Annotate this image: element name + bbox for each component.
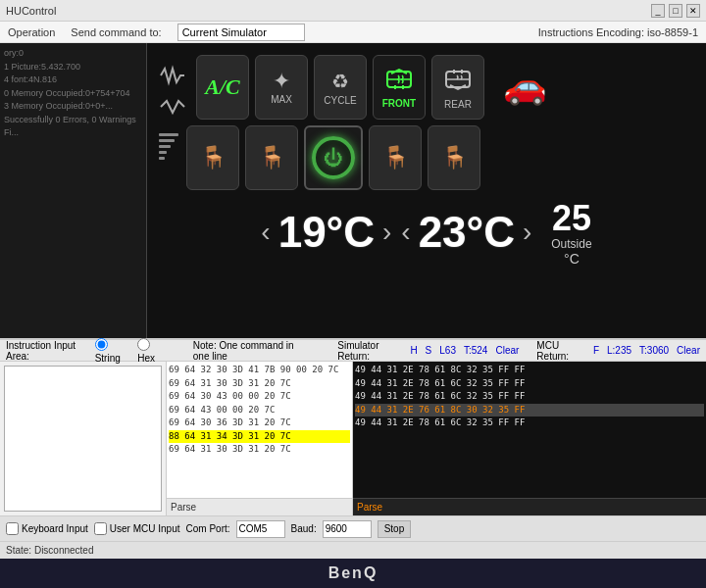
- simulator-return-panel: 69 64 32 30 3D 41 7B 90 00 20 7C 69 64 3…: [167, 362, 353, 515]
- seat-heat-left-button[interactable]: 🪑: [186, 125, 239, 190]
- keyboard-input-label: Keyboard Input: [6, 522, 88, 535]
- status-bar: State: Disconnected: [0, 541, 706, 559]
- seat-heat-left2-button[interactable]: 🪑: [245, 125, 298, 190]
- cycle-button[interactable]: ♻ CYCLE: [314, 55, 367, 120]
- main-content: ory:0 1 Picture:5.432.700 4 font:4N.816 …: [0, 43, 706, 338]
- right-temp-down-arrow[interactable]: ‹: [401, 217, 410, 248]
- rear-button[interactable]: REAR: [431, 55, 484, 120]
- bar4: [159, 151, 167, 154]
- front-button[interactable]: FRONT: [373, 55, 426, 120]
- note-text: Note: One command in one line: [193, 340, 310, 362]
- right-temp-value: 23°C: [419, 208, 515, 257]
- hex-radio[interactable]: [137, 338, 150, 351]
- user-mcu-checkbox[interactable]: [94, 522, 107, 535]
- seat-heat-right-button[interactable]: 🪑: [369, 125, 422, 190]
- string-radio[interactable]: [95, 338, 108, 351]
- svg-text:🚗: 🚗: [503, 65, 547, 107]
- temperature-display: ‹ 19°C › ‹ 23°C › 25 Outside °C: [159, 194, 694, 270]
- log-output: ory:0 1 Picture:5.432.700 4 font:4N.816 …: [4, 47, 142, 334]
- fan-icon: ✦: [273, 71, 290, 92]
- sim-t524-link[interactable]: T:524: [464, 345, 487, 356]
- com-port-input[interactable]: [236, 520, 285, 538]
- outside-temp-display: 25 Outside °C: [551, 198, 591, 267]
- rear-icon: [442, 66, 474, 97]
- send-command-label: Send command to:: [71, 26, 161, 38]
- instruction-input-panel: [0, 362, 167, 515]
- mcu-return-label: MCU Return:: [536, 340, 585, 362]
- mid-button-row: 🪑 🪑 ⏻: [159, 125, 694, 190]
- bottom-top-bar: Instruction Input Area: String Hex Note:…: [0, 340, 706, 362]
- seat-heat-right2-button[interactable]: 🪑: [428, 125, 480, 190]
- baud-input[interactable]: [323, 520, 372, 538]
- hex-row-highlighted: 88 64 31 34 3D 31 20 7C: [169, 430, 350, 444]
- right-temp-group: ‹ 23°C ›: [401, 208, 531, 257]
- hex-radio-label: Hex: [137, 338, 166, 364]
- app-window: HUControl _ □ ✕ Operation Send command t…: [0, 0, 706, 588]
- bar5: [159, 157, 165, 160]
- outside-unit: °C: [564, 251, 580, 267]
- bar3: [159, 145, 171, 148]
- close-button[interactable]: ✕: [686, 4, 700, 18]
- operation-menu[interactable]: Operation: [8, 26, 55, 38]
- sim-h-link[interactable]: H: [410, 345, 417, 356]
- mcu-row: 49 44 31 2E 78 61 6C 32 35 FF FF: [355, 377, 704, 391]
- mcu-row-selected: 49 44 31 2E 76 61 8C 30 32 35 FF: [355, 404, 704, 417]
- seat-left2-icon: 🪑: [259, 145, 285, 171]
- sim-s-link[interactable]: S: [426, 345, 432, 356]
- simulator-hex-display: 69 64 32 30 3D 41 7B 90 00 20 7C 69 64 3…: [167, 362, 352, 498]
- left-temp-down-arrow[interactable]: ‹: [261, 217, 270, 248]
- hex-row: 69 64 30 43 00 00 20 7C: [169, 390, 350, 404]
- maximize-button[interactable]: □: [669, 4, 682, 18]
- baud-label: Baud:: [291, 523, 317, 534]
- power-icon: ⏻: [324, 148, 343, 168]
- hex-row: 69 64 31 30 3D 31 20 7C: [169, 443, 350, 457]
- bottom-panels: 69 64 32 30 3D 41 7B 90 00 20 7C 69 64 3…: [0, 362, 706, 515]
- left-temp-up-arrow[interactable]: ›: [382, 217, 391, 248]
- car-defrost-icon: 🚗: [498, 59, 547, 108]
- bar1: [159, 133, 178, 136]
- taskbar: BenQ: [0, 559, 706, 588]
- power-ring: ⏻: [312, 136, 355, 179]
- hex-row: 69 64 31 30 3D 31 20 7C: [169, 377, 350, 391]
- sim-clear-link[interactable]: Clear: [495, 345, 519, 356]
- rear-label: REAR: [444, 99, 472, 110]
- recycle-icon: ♻: [331, 70, 349, 93]
- ac-button[interactable]: A/C: [196, 55, 249, 120]
- log-line: ory:0 1 Picture:5.432.700 4 font:4N.816 …: [4, 47, 142, 140]
- cycle-label: CYCLE: [324, 95, 356, 106]
- user-mcu-label: User MCU Input: [94, 522, 180, 535]
- keyboard-input-checkbox[interactable]: [6, 522, 19, 535]
- mid-buttons: 🪑 🪑 ⏻: [186, 125, 480, 190]
- right-car-icon: 🚗: [498, 59, 547, 108]
- simulator-input[interactable]: [177, 24, 305, 41]
- power-button[interactable]: ⏻: [304, 125, 363, 190]
- mcu-return-panel: 49 44 31 2E 78 61 8C 32 35 FF FF 49 44 3…: [353, 362, 706, 515]
- right-temp-up-arrow[interactable]: ›: [523, 217, 531, 248]
- instruction-textarea[interactable]: [4, 366, 162, 512]
- com-port-label: Com Port:: [186, 523, 230, 534]
- top-buttons: A/C ✦ MAX ♻ CYCLE: [196, 55, 484, 120]
- bottom-controls-bar: Keyboard Input User MCU Input Com Port: …: [0, 515, 706, 541]
- max-label: MAX: [271, 94, 292, 105]
- mcu-row: 49 44 31 2E 78 61 8C 32 35 FF FF: [355, 364, 704, 377]
- mcu-t3060-link[interactable]: T:3060: [639, 345, 669, 356]
- signal-icon: [159, 65, 186, 118]
- encoding-label: Instructions Encoding: iso-8859-1: [538, 26, 698, 38]
- max-button[interactable]: ✦ MAX: [255, 55, 308, 120]
- stop-button[interactable]: Stop: [378, 520, 412, 538]
- mcu-f-link[interactable]: F: [593, 345, 599, 356]
- seat-left-icon: 🪑: [200, 145, 227, 171]
- hex-row: 69 64 43 00 00 20 7C: [169, 404, 350, 417]
- benq-logo: BenQ: [328, 564, 378, 582]
- seat-right-icon: 🪑: [382, 145, 409, 171]
- hex-row: 69 64 32 30 3D 41 7B 90 00 20 7C: [169, 364, 350, 377]
- mcu-clear-link[interactable]: Clear: [677, 345, 700, 356]
- left-temp-value: 19°C: [278, 208, 375, 257]
- minimize-button[interactable]: _: [651, 4, 665, 18]
- left-temp-group: ‹ 19°C ›: [261, 208, 391, 257]
- mcu-l235-link[interactable]: L:235: [607, 345, 631, 356]
- parse-label: Parse: [171, 502, 196, 513]
- menu-bar: Operation Send command to: Instructions …: [0, 22, 706, 43]
- outside-label: Outside: [551, 237, 591, 251]
- sim-l63-link[interactable]: L63: [439, 345, 456, 356]
